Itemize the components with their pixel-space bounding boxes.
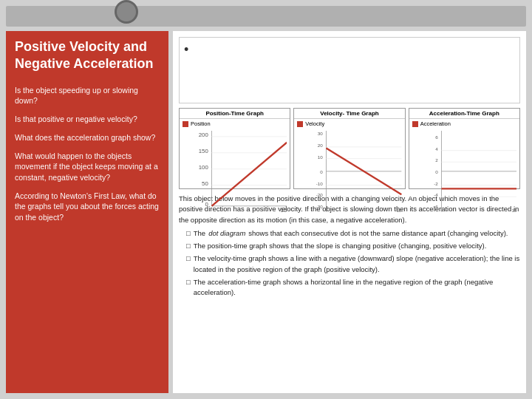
position-svg: 200 150 100 50 0 15 [194,130,287,213]
main-container: Positive Velocity and Negative Accelerat… [0,0,532,399]
svg-text:150: 150 [199,148,209,154]
main-text-section: This object below moves in the positive … [179,194,520,387]
position-graph-title: Position-Time Graph [180,109,290,119]
bullet-list: The dot diagram shows that each consecut… [186,228,520,299]
velocity-svg: 30 20 10 0 -10 -20 -30 15 [309,130,401,213]
svg-line-12 [211,143,287,206]
svg-text:0: 0 [435,169,438,174]
svg-text:-30: -30 [316,204,324,209]
question-5: According to Newton's First Law, what do… [15,191,160,223]
bullet-item-1: The dot diagram shows that each consecut… [186,228,520,239]
left-panel: Positive Velocity and Negative Accelerat… [6,31,168,393]
svg-text:-20: -20 [316,192,324,197]
svg-text:-10: -10 [316,181,324,186]
svg-text:30: 30 [318,131,323,136]
velocity-legend-label: Velocity [305,120,324,127]
svg-text:15: 15 [511,208,516,213]
velocity-time-graph: Velocity- Time Graph Velocity 30 [293,108,405,189]
svg-text:0: 0 [205,201,208,208]
position-legend-label: Position [191,120,211,127]
position-legend-box [183,121,188,127]
acceleration-legend-box [412,121,418,127]
svg-text:4: 4 [435,146,438,151]
top-section: • [179,37,520,103]
svg-text:-4: -4 [434,192,438,197]
graphs-row: Position-Time Graph Position 200 [179,108,520,189]
question-1: Is the object speeding up or slowing dow… [15,85,160,106]
svg-text:100: 100 [199,164,209,171]
bullet-dot: • [184,42,188,58]
velocity-legend: Velocity [294,119,404,129]
right-panel: • Position-Time Graph Position [173,31,526,393]
velocity-legend-box [297,121,303,127]
content-area: Positive Velocity and Negative Accelerat… [6,31,526,393]
svg-text:15: 15 [397,208,402,213]
circle-decoration [115,0,138,24]
question-2: Is that positive or negative velocity? [15,114,160,125]
position-time-graph: Position-Time Graph Position 200 [179,108,290,189]
svg-text:-6: -6 [434,204,438,209]
question-4: What would happen to the objects movemen… [15,151,160,183]
acceleration-svg: 6 4 2 0 -2 -4 -6 15 [424,130,516,213]
dot-diagram-area: • [179,37,520,103]
svg-text:6: 6 [435,134,438,140]
acceleration-graph-title: Acceleration-Time Graph [409,109,519,119]
svg-text:10: 10 [318,154,323,160]
bullet-item-2: The position-time graph shows that the s… [186,241,520,251]
acceleration-graph-area: 6 4 2 0 -2 -4 -6 15 [409,129,519,216]
velocity-graph-title: Velocity- Time Graph [294,109,404,119]
svg-text:200: 200 [199,132,209,138]
velocity-graph-area: 30 20 10 0 -10 -20 -30 15 [294,129,404,216]
question-3: What does the acceleration graph show? [15,132,160,143]
top-bar [6,6,526,27]
position-graph-area: 200 150 100 50 0 15 [180,129,290,216]
svg-text:50: 50 [202,180,208,187]
svg-text:-2: -2 [434,181,438,186]
bullet-item-3: The velocity-time graph shows a line wit… [186,253,520,275]
svg-text:0: 0 [321,169,324,174]
acceleration-legend: Acceleration [409,119,519,129]
panel-title: Positive Velocity and Negative Accelerat… [15,38,160,73]
acceleration-time-graph: Acceleration-Time Graph Acceleration 6 [409,108,520,189]
position-legend: Position [180,119,290,129]
svg-text:2: 2 [435,157,438,163]
svg-text:15: 15 [281,207,287,213]
acceleration-legend-label: Acceleration [420,120,451,127]
svg-text:20: 20 [318,143,323,148]
bullet-item-4: The acceleration-time graph shows a hori… [186,277,520,299]
